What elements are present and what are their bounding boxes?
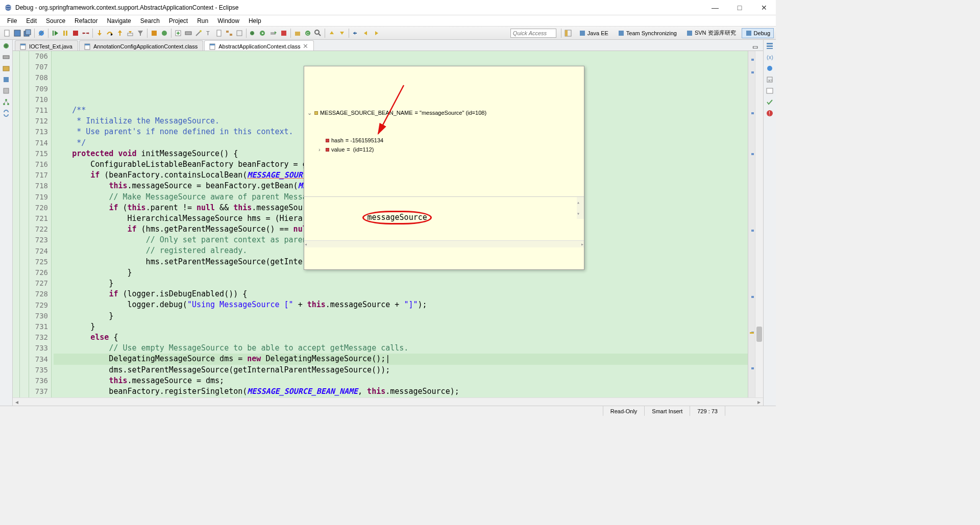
console-view-icon[interactable] [766,87,774,95]
search-icon[interactable] [314,29,322,37]
overview-ruler[interactable] [748,51,755,397]
code-line[interactable]: } [54,278,748,289]
deploy-icon[interactable] [160,29,168,37]
source-code[interactable]: ⌄ MESSAGE_SOURCE_BEAN_NAME = "messageSou… [52,51,748,397]
servers-view-icon[interactable] [2,53,10,61]
new-package-icon[interactable] [293,29,302,37]
code-line[interactable]: beanFactory.registerSingleton(MESSAGE_SO… [54,386,748,397]
problems-view-icon[interactable]: ! [766,109,774,117]
disconnect-icon[interactable] [82,29,90,37]
folding-ruler[interactable] [20,51,29,397]
editor-tab[interactable]: IOCTest_Ext.java [15,40,78,51]
save-icon[interactable] [13,29,21,37]
skip-breakpoints-icon[interactable] [37,29,45,37]
navigator-icon[interactable] [2,87,10,95]
editor-minimize-icon[interactable]: ▭ [750,43,760,51]
new-icon[interactable] [3,29,11,37]
new-class-icon[interactable]: C [304,29,312,37]
code-line[interactable]: if (logger.isDebugEnabled()) { [54,397,748,397]
perspective-debug[interactable]: Debug [742,28,774,38]
editor-tab[interactable]: AbstractApplicationContext.class✕ [204,40,314,51]
perspective-team-synchronizing[interactable]: Team Synchronizing [614,28,680,38]
variables-view-icon[interactable]: (x) [766,53,774,61]
code-line[interactable]: DelegatingMessageSource dms = new Delega… [54,354,748,364]
project-explorer-icon[interactable] [2,64,10,72]
menu-window[interactable]: Window [213,16,243,26]
expand-icon[interactable]: ⌄ [307,108,312,117]
quick-access-input[interactable] [510,29,556,38]
menu-source[interactable]: Source [42,16,69,26]
drop-to-frame-icon[interactable] [126,29,134,37]
menu-edit[interactable]: Edit [22,16,41,26]
run-server-icon[interactable] [270,29,278,37]
code-line[interactable]: if (logger.isDebugEnabled()) { [54,289,748,299]
scroll-left-icon[interactable]: ◂ [13,398,21,406]
resume-icon[interactable] [51,29,59,37]
menu-search[interactable]: Search [136,16,164,26]
menu-refactor[interactable]: Refactor [70,16,102,26]
minimize-button[interactable]: — [707,4,723,12]
horizontal-scrollbar[interactable]: ◂ ▸ [13,397,763,406]
outline-view-icon[interactable] [766,42,774,50]
detail-pane[interactable]: messageSource ▴▾ [304,196,584,219]
dtd-icon[interactable] [235,29,243,37]
code-line[interactable]: // Use empty MessageSource to be able to… [54,343,748,354]
prev-annotation-icon[interactable] [328,29,336,37]
close-button[interactable]: ✕ [756,4,772,12]
perspective-svn-资源库研究[interactable]: SVN 资源库研究 [682,28,740,38]
new-server-icon[interactable] [184,29,192,37]
report-icon[interactable] [215,29,223,37]
step-return-icon[interactable] [116,29,124,37]
step-filters-icon[interactable] [136,29,144,37]
menu-project[interactable]: Project [165,16,192,26]
terminate-icon[interactable] [71,29,80,37]
external-tools-icon[interactable] [280,29,288,37]
editor-tab[interactable]: AnnotationConfigApplicationContext.class [79,40,203,51]
synchronize-icon[interactable] [2,109,10,117]
menu-file[interactable]: File [3,16,21,26]
new-wizard-icon[interactable] [174,29,182,37]
tasks-view-icon[interactable] [766,98,774,106]
code-line[interactable]: this.messageSource = dms; [54,376,748,386]
code-line[interactable]: } [54,321,748,332]
suspend-icon[interactable] [61,29,69,37]
back-icon[interactable] [362,29,370,37]
maximize-button[interactable]: □ [732,4,747,12]
schema-icon[interactable] [225,29,233,37]
variable-field-row[interactable]: › value= (id=112) [307,145,581,154]
run-drop-icon[interactable] [259,29,267,37]
scroll-right-icon[interactable]: ▸ [755,398,763,406]
type-hierarchy-icon[interactable] [2,98,10,106]
code-line[interactable]: } [54,311,748,321]
type-icon[interactable]: T [205,29,213,37]
step-over-icon[interactable] [106,29,114,37]
expand-icon[interactable]: › [318,145,324,154]
package-explorer-icon[interactable] [2,76,10,84]
close-tab-icon[interactable]: ✕ [303,43,308,49]
next-annotation-icon[interactable] [338,29,346,37]
last-edit-icon[interactable] [352,29,360,37]
breakpoints-view-icon[interactable] [766,64,774,72]
variable-field-row[interactable]: hash= -1561595134 [307,136,581,145]
variable-tree[interactable]: ⌄ MESSAGE_SOURCE_BEAN_NAME = "messageSou… [304,88,584,174]
menu-navigate[interactable]: Navigate [103,16,135,26]
popup-vscroll[interactable]: ▴▾ [577,197,584,219]
save-all-icon[interactable] [23,29,32,37]
debug-hover-popup[interactable]: ⌄ MESSAGE_SOURCE_BEAN_NAME = "messageSou… [304,66,584,270]
perspective-java-ee[interactable]: Java EE [575,28,612,38]
wand-icon[interactable] [194,29,203,37]
open-perspective-icon[interactable] [564,29,572,37]
code-line[interactable]: dms.setParentMessageSource(getInternalPa… [54,365,748,376]
build-icon[interactable] [150,29,158,37]
expressions-view-icon[interactable]: x= [766,76,774,84]
variable-row[interactable]: ⌄ MESSAGE_SOURCE_BEAN_NAME = "messageSou… [307,108,581,117]
marker-bar[interactable] [13,51,20,397]
vertical-scrollbar[interactable] [755,51,763,397]
forward-icon[interactable] [372,29,380,37]
menu-run[interactable]: Run [193,16,212,26]
debug-view-icon[interactable] [2,42,10,50]
code-line[interactable]: else { [54,332,748,343]
debug-drop-icon[interactable] [249,29,257,37]
menu-help[interactable]: Help [244,16,265,26]
step-into-icon[interactable] [95,29,104,37]
